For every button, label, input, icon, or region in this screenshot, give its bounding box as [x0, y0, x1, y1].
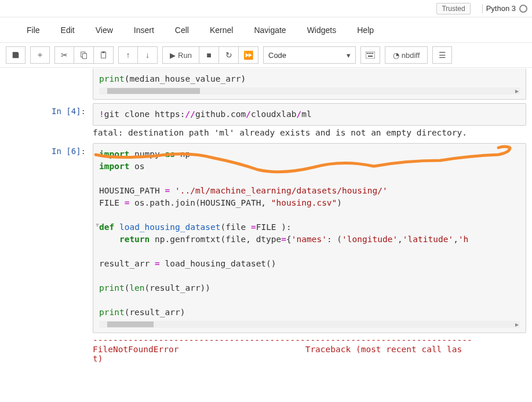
notebook-area[interactable]: print(median_house_value_arr) ▸ In [4]: …	[0, 65, 526, 402]
paste-icon	[100, 51, 108, 59]
cut-button[interactable]: ✂	[54, 46, 74, 64]
nbdiff-button[interactable]: ◔ nbdiff	[385, 46, 428, 64]
run-icon: ▶	[170, 51, 176, 60]
input-prompt: In [4]:	[0, 103, 93, 140]
code-input[interactable]: !git clone https://github.com/cloudxlab/…	[93, 103, 526, 126]
svg-rect-9	[368, 56, 373, 57]
celltype-select[interactable]: Code	[263, 46, 356, 64]
menu-kernel[interactable]: Kernel	[199, 23, 243, 37]
keyboard-button[interactable]	[360, 46, 380, 64]
menu-edit[interactable]: Edit	[50, 23, 85, 37]
list-icon: ☰	[439, 50, 446, 60]
separator	[482, 4, 483, 13]
menu-help[interactable]: Help	[347, 23, 384, 37]
kernel-indicator[interactable]: Python 3	[482, 4, 527, 13]
restart-icon: ↻	[225, 50, 232, 60]
svg-rect-4	[366, 52, 375, 59]
arrow-up-icon: ↑	[126, 50, 130, 60]
horizontal-scrollbar[interactable]: ▸	[99, 321, 520, 328]
save-button[interactable]	[6, 46, 25, 64]
list-button[interactable]: ☰	[432, 46, 452, 64]
menu-view[interactable]: View	[85, 23, 123, 37]
add-cell-button[interactable]: ＋	[30, 46, 50, 64]
code-cell[interactable]: In [6]: ▾ import numpy as np import os H…	[0, 143, 526, 366]
cut-icon: ✂	[61, 50, 68, 60]
svg-rect-1	[82, 53, 86, 59]
fast-forward-icon: ⏩	[243, 50, 253, 60]
input-prompt: In [6]:	[0, 143, 93, 366]
menu-file[interactable]: File	[16, 23, 50, 37]
move-down-button[interactable]: ↓	[138, 46, 158, 64]
code-content: import numpy as np import os HOUSING_PAT…	[99, 148, 520, 319]
code-content: print(median_house_value_arr)	[99, 73, 520, 85]
svg-rect-3	[102, 52, 104, 53]
copy-icon	[80, 51, 88, 59]
svg-rect-7	[370, 53, 371, 54]
run-label: Run	[178, 51, 192, 60]
move-up-button[interactable]: ↑	[118, 46, 138, 64]
cell-output: fatal: destination path 'ml' already exi…	[93, 126, 526, 140]
fold-gutter-icon[interactable]: ▾	[96, 221, 99, 229]
input-prompt	[0, 68, 93, 100]
run-button[interactable]: ▶ Run	[162, 46, 199, 64]
svg-rect-8	[372, 53, 373, 54]
arrow-down-icon: ↓	[145, 50, 150, 60]
stop-button[interactable]: ■	[199, 46, 219, 64]
nbdiff-icon: ◔	[393, 51, 399, 60]
trusted-badge[interactable]: Trusted	[436, 3, 470, 14]
menu-cell[interactable]: Cell	[165, 23, 199, 37]
code-cell[interactable]: print(median_house_value_arr) ▸	[0, 68, 526, 100]
kernel-name: Python 3	[486, 4, 516, 13]
plus-icon: ＋	[36, 50, 44, 60]
code-content: !git clone https://github.com/cloudxlab/…	[99, 108, 520, 120]
menu-navigate[interactable]: Navigate	[243, 23, 296, 37]
code-cell[interactable]: In [4]: !git clone https://github.com/cl…	[0, 103, 526, 140]
horizontal-scrollbar[interactable]: ▸	[99, 87, 520, 94]
error-output: ----------------------------------------…	[93, 333, 526, 366]
code-input[interactable]: ▾ import numpy as np import os HOUSING_P…	[93, 143, 526, 333]
menu-bar: File Edit View Insert Cell Kernel Naviga…	[0, 17, 532, 43]
toolbar: ＋ ✂ ↑ ↓ ▶ Run ■ ↻ ⏩	[0, 43, 532, 68]
copy-button[interactable]	[74, 46, 94, 64]
fast-forward-button[interactable]: ⏩	[239, 46, 258, 64]
celltype-value: Code	[268, 51, 286, 60]
save-icon	[12, 51, 20, 59]
stop-icon: ■	[206, 50, 211, 60]
restart-button[interactable]: ↻	[219, 46, 239, 64]
svg-rect-6	[369, 53, 370, 54]
menu-insert[interactable]: Insert	[123, 23, 165, 37]
paste-button[interactable]	[94, 46, 114, 64]
nbdiff-label: nbdiff	[402, 51, 420, 60]
menu-widgets[interactable]: Widgets	[297, 23, 347, 37]
kernel-status-icon	[519, 5, 527, 13]
keyboard-icon	[366, 52, 375, 59]
svg-rect-5	[367, 53, 368, 54]
code-input[interactable]: print(median_house_value_arr) ▸	[93, 68, 526, 100]
